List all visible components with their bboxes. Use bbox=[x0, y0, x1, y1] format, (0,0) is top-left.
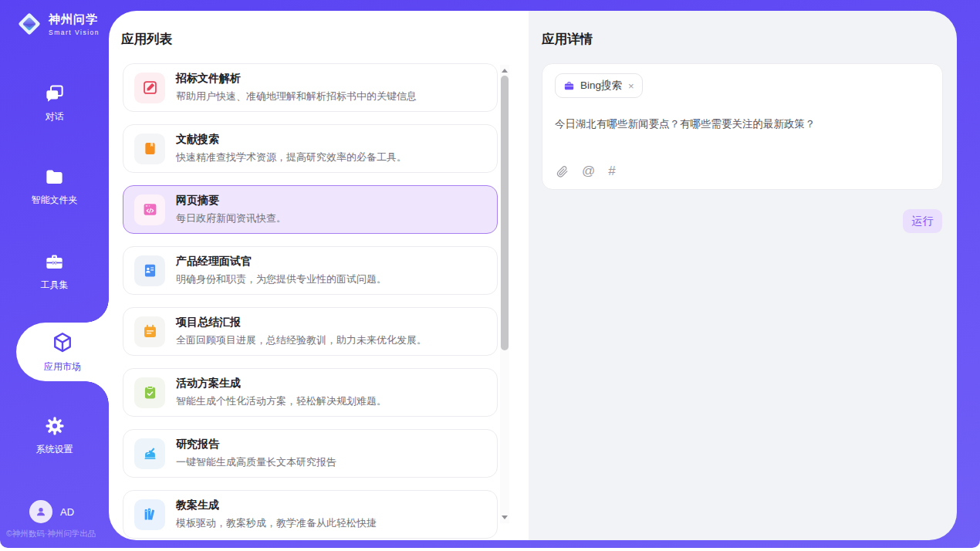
app-item-text: 文献搜索 快速精准查找学术资源，提高研究效率的必备工具。 bbox=[176, 133, 407, 164]
app-item-text: 产品经理面试官 明确身份和职责，为您提供专业性的面试问题。 bbox=[176, 255, 387, 286]
scroll-up-icon[interactable] bbox=[502, 69, 508, 73]
sidebar-item-toolset[interactable]: 工具集 bbox=[0, 252, 109, 292]
interview-doc-icon bbox=[134, 255, 165, 286]
app-item-text: 项目总结汇报 全面回顾项目进展，总结经验教训，助力未来优化发展。 bbox=[176, 316, 427, 347]
chip-close-icon[interactable]: × bbox=[628, 81, 634, 91]
app-item-title: 活动方案生成 bbox=[176, 377, 387, 390]
app-item-research-report[interactable]: 研究报告 一键智能生成高质量长文本研究报告 bbox=[123, 429, 498, 478]
app-item-desc: 快速精准查找学术资源，提高研究效率的必备工具。 bbox=[176, 150, 407, 164]
app-item-title: 教案生成 bbox=[176, 499, 377, 512]
app-item-text: 研究报告 一键智能生成高质量长文本研究报告 bbox=[176, 438, 336, 469]
user-account[interactable]: AD bbox=[29, 500, 74, 523]
hash-icon[interactable]: # bbox=[608, 164, 615, 179]
app-item-text: 活动方案生成 智能生成个性化活动方案，轻松解决规划难题。 bbox=[176, 377, 387, 408]
app-item-title: 文献搜索 bbox=[176, 133, 407, 147]
app-item-title: 招标文件解析 bbox=[176, 72, 417, 86]
folder-icon bbox=[44, 167, 65, 188]
app-item-desc: 每日政府新闻资讯快查。 bbox=[176, 211, 286, 225]
app-item-desc: 模板驱动，教案秒成，教学准备从此轻松快捷 bbox=[176, 516, 377, 530]
tool-chip-bing-search[interactable]: Bing搜索 × bbox=[555, 73, 643, 98]
app-item-event-plan[interactable]: 活动方案生成 智能生成个性化活动方案，轻松解决规划难题。 bbox=[123, 368, 498, 417]
chat-icon bbox=[44, 83, 65, 104]
prompt-toolbar: @ # bbox=[556, 164, 629, 179]
sidebar-item-app-market[interactable]: 应用市场 bbox=[16, 323, 109, 381]
app-item-desc: 智能生成个性化活动方案，轻松解决规划难题。 bbox=[176, 394, 387, 408]
app-item-text: 网页摘要 每日政府新闻资讯快查。 bbox=[176, 194, 286, 225]
sidebar-item-settings[interactable]: 系统设置 bbox=[0, 415, 109, 456]
brand-logo: 神州问学 Smart Vision bbox=[15, 10, 100, 38]
sidebar-item-smart-folder[interactable]: 智能文件夹 bbox=[0, 167, 109, 207]
clipboard-check-icon bbox=[134, 377, 165, 408]
app-window: 神州问学 Smart Vision 对话 智能文件夹 bbox=[0, 0, 980, 548]
books-icon bbox=[134, 499, 165, 530]
app-item-web-summary[interactable]: 网页摘要 每日政府新闻资讯快查。 bbox=[123, 185, 498, 234]
brand-name: 神州问学 bbox=[49, 12, 100, 27]
sidebar-item-chat[interactable]: 对话 bbox=[0, 83, 109, 123]
run-button[interactable]: 运行 bbox=[903, 209, 942, 233]
briefcase-icon bbox=[563, 80, 575, 92]
app-item-bid-analysis[interactable]: 招标文件解析 帮助用户快速、准确地理解和解析招标书中的关键信息 bbox=[123, 63, 498, 112]
sidebar-item-label: 应用市场 bbox=[44, 360, 81, 374]
sidebar: 神州问学 Smart Vision 对话 智能文件夹 bbox=[0, 0, 109, 548]
app-detail-panel: 应用详情 Bing搜索 × 今日湖北有哪些新闻要点？有哪些需要关注的最新政策？ bbox=[529, 11, 957, 540]
copyright: ©神州数码·神州问学出品 bbox=[6, 529, 109, 539]
prompt-input[interactable]: 今日湖北有哪些新闻要点？有哪些需要关注的最新政策？ bbox=[555, 117, 930, 132]
app-item-title: 研究报告 bbox=[176, 438, 336, 451]
cube-icon bbox=[51, 331, 74, 354]
book-icon bbox=[134, 134, 165, 164]
paperclip-icon[interactable] bbox=[556, 165, 569, 178]
app-item-title: 网页摘要 bbox=[176, 194, 286, 208]
app-item-lesson-plan[interactable]: 教案生成 模板驱动，教案秒成，教学准备从此轻松快捷 bbox=[123, 490, 498, 539]
app-item-desc: 全面回顾项目进展，总结经验教训，助力未来优化发展。 bbox=[176, 333, 427, 347]
app-item-title: 产品经理面试官 bbox=[176, 255, 387, 269]
app-item-desc: 明确身份和职责，为您提供专业性的面试问题。 bbox=[176, 272, 387, 286]
app-list: 招标文件解析 帮助用户快速、准确地理解和解析招标书中的关键信息 文献搜索 快速精… bbox=[123, 63, 498, 540]
calendar-note-icon bbox=[134, 316, 165, 347]
scrollbar-thumb[interactable] bbox=[501, 76, 509, 350]
sidebar-item-label: 工具集 bbox=[41, 279, 69, 292]
ink-report-icon bbox=[134, 438, 165, 469]
brand-text: 神州问学 Smart Vision bbox=[49, 12, 100, 36]
brand-subtitle: Smart Vision bbox=[49, 29, 100, 36]
app-item-literature-search[interactable]: 文献搜索 快速精准查找学术资源，提高研究效率的必备工具。 bbox=[123, 124, 498, 173]
scroll-down-icon[interactable] bbox=[502, 516, 508, 519]
user-icon bbox=[35, 505, 47, 518]
gear-icon bbox=[44, 415, 66, 437]
avatar bbox=[29, 500, 52, 523]
app-item-desc: 一键智能生成高质量长文本研究报告 bbox=[176, 455, 336, 469]
tool-chip-label: Bing搜索 bbox=[580, 79, 622, 93]
logo-diamond-icon bbox=[15, 10, 43, 38]
app-item-title: 项目总结汇报 bbox=[176, 316, 427, 330]
app-list-panel: 应用列表 招标文件解析 帮助用户快速、准确地理解和解析招标书中的关键信息 bbox=[109, 11, 529, 540]
app-list-title: 应用列表 bbox=[121, 31, 172, 48]
app-item-pm-interviewer[interactable]: 产品经理面试官 明确身份和职责，为您提供专业性的面试问题。 bbox=[123, 246, 498, 295]
doc-edit-icon bbox=[134, 73, 165, 103]
prompt-card: Bing搜索 × 今日湖北有哪些新闻要点？有哪些需要关注的最新政策？ @ # bbox=[542, 63, 943, 190]
browser-code-icon bbox=[134, 194, 165, 225]
app-item-text: 招标文件解析 帮助用户快速、准确地理解和解析招标书中的关键信息 bbox=[176, 72, 417, 103]
sidebar-item-label: 智能文件夹 bbox=[32, 194, 78, 207]
user-name: AD bbox=[60, 506, 74, 518]
toolbox-icon bbox=[44, 252, 65, 272]
mention-icon[interactable]: @ bbox=[582, 164, 595, 179]
app-item-project-summary[interactable]: 项目总结汇报 全面回顾项目进展，总结经验教训，助力未来优化发展。 bbox=[123, 307, 498, 356]
app-detail-title: 应用详情 bbox=[542, 31, 593, 48]
scrollbar[interactable] bbox=[500, 65, 509, 523]
sidebar-item-label: 对话 bbox=[46, 110, 64, 123]
app-item-desc: 帮助用户快速、准确地理解和解析招标书中的关键信息 bbox=[176, 90, 417, 103]
app-item-text: 教案生成 模板驱动，教案秒成，教学准备从此轻松快捷 bbox=[176, 499, 377, 530]
main-content: 应用列表 招标文件解析 帮助用户快速、准确地理解和解析招标书中的关键信息 bbox=[109, 11, 957, 540]
sidebar-item-label: 系统设置 bbox=[36, 443, 73, 456]
